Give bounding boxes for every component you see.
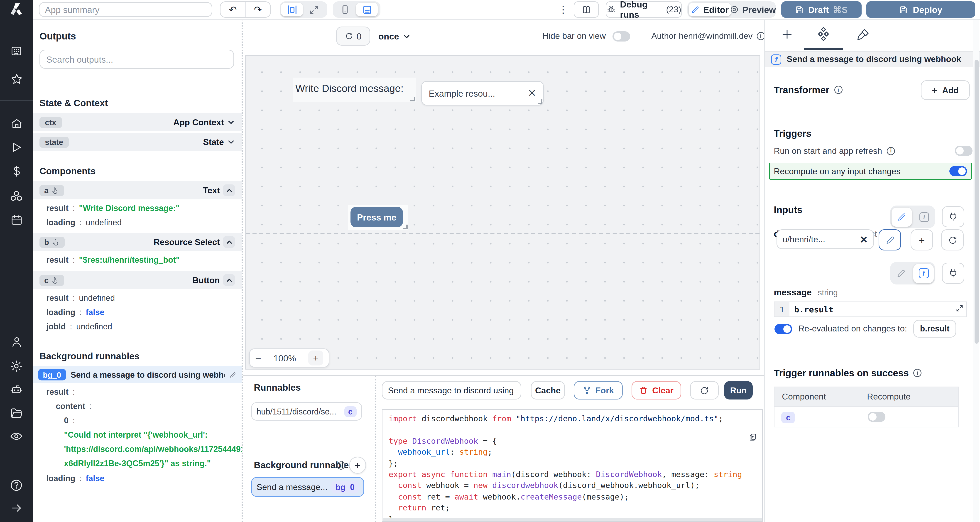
eval-f-button[interactable]: f <box>913 264 934 283</box>
workers-robot-icon[interactable] <box>0 382 33 396</box>
run-mode-dropdown[interactable]: once <box>379 27 410 46</box>
info-icon[interactable]: i <box>913 369 922 377</box>
script-title-input[interactable] <box>382 381 521 399</box>
docs-book-button[interactable] <box>574 2 599 18</box>
resource-select-component[interactable]: Example resou... ✕ <box>421 81 544 105</box>
users-person-icon[interactable] <box>0 336 33 349</box>
audit-eye-icon[interactable] <box>0 430 33 443</box>
redo-button[interactable]: ↷ <box>246 2 270 17</box>
add-bg-runnable-button[interactable]: + <box>349 457 366 474</box>
edit-resource-pencil-button[interactable] <box>878 229 901 250</box>
deploy-button[interactable]: Deploy <box>866 2 975 18</box>
variables-dollar-icon[interactable] <box>0 165 33 178</box>
resize-handle[interactable] <box>403 224 408 229</box>
zoom-in-button[interactable]: + <box>308 350 323 366</box>
fork-button[interactable]: Fork <box>574 381 623 399</box>
edit-pencil-icon[interactable] <box>229 371 236 378</box>
refresh-count-button[interactable]: 0 <box>336 27 370 46</box>
chevron-down-icon <box>227 138 235 146</box>
folders-icon[interactable] <box>0 406 33 420</box>
kebab-menu-icon[interactable]: ⋮ <box>558 3 568 16</box>
info-icon[interactable]: i <box>834 86 842 94</box>
tab-insert-plus-icon[interactable] <box>781 28 794 41</box>
resize-handle[interactable] <box>538 99 542 104</box>
panel-scrollbar[interactable] <box>973 19 979 522</box>
undo-button[interactable]: ↶ <box>221 2 245 17</box>
create-resource-plus-button[interactable]: + <box>911 229 933 250</box>
app-canvas[interactable]: Write Discord message: Example resou... … <box>245 55 760 369</box>
text-component[interactable]: Write Discord message: <box>293 78 416 102</box>
clear-button[interactable]: Clear <box>632 381 681 399</box>
runnable-item[interactable]: hub/1511/discord/se... c <box>251 402 362 420</box>
tab-editor[interactable]: Editor <box>689 3 731 16</box>
ctx-row[interactable]: ctx App Context <box>33 113 242 131</box>
collapse-chevron-up-icon[interactable] <box>223 274 235 286</box>
refresh-resource-button[interactable] <box>941 229 964 250</box>
row-recompute-toggle[interactable] <box>868 412 885 422</box>
component-row-b[interactable]: b Resource Select <box>33 233 242 251</box>
refresh-code-button[interactable] <box>690 381 719 399</box>
draft-button[interactable]: Draft ⌘S <box>781 2 862 18</box>
tab-preview[interactable]: Preview <box>731 3 775 16</box>
run-button[interactable]: Run <box>724 381 753 399</box>
cache-button[interactable]: Cache <box>531 381 565 399</box>
collapse-chevron-up-icon[interactable] <box>223 236 235 248</box>
tab-styling-brush-icon[interactable] <box>857 28 870 41</box>
message-expression-editor[interactable]: 1 b.result <box>774 301 967 317</box>
tab-components-diamonds-icon[interactable] <box>816 27 831 41</box>
collapse-chevron-up-icon[interactable] <box>223 185 235 196</box>
bg0-row[interactable]: bg_0 Send a message to discord using web… <box>33 366 242 383</box>
static-pencil-button[interactable] <box>891 264 911 282</box>
connect-plug-button[interactable] <box>942 206 964 227</box>
code-hscrollbar[interactable] <box>383 518 763 520</box>
reeval-target-chip[interactable]: b.result <box>913 320 956 337</box>
info-icon[interactable]: i <box>337 462 345 469</box>
search-outputs-input[interactable] <box>40 50 234 69</box>
kv-line: content: <box>33 401 242 411</box>
state-row[interactable]: state State <box>33 133 242 151</box>
reeval-toggle[interactable] <box>775 324 792 334</box>
collapse-arrow-right-icon[interactable] <box>0 501 33 514</box>
resource-value-input[interactable]: u/henri/te... ✕ <box>776 229 874 249</box>
mobile-view-button[interactable] <box>334 3 356 16</box>
favorites-star-icon[interactable] <box>0 73 33 86</box>
settings-gear-icon[interactable] <box>0 359 33 373</box>
zoom-out-button[interactable]: − <box>255 352 261 364</box>
info-icon[interactable]: i <box>757 32 765 40</box>
code-editor[interactable]: import discordwebhook from "https://deno… <box>382 409 763 522</box>
clear-x-icon[interactable]: ✕ <box>528 87 536 99</box>
windmill-logo-icon[interactable] <box>0 2 33 18</box>
static-pencil-button[interactable] <box>891 207 912 226</box>
run-on-start-toggle[interactable] <box>955 146 972 156</box>
runs-play-icon[interactable] <box>0 141 33 154</box>
connect-plug-button[interactable] <box>942 263 964 284</box>
info-icon[interactable]: i <box>887 147 895 155</box>
apps-icon[interactable] <box>0 45 33 57</box>
schedules-calendar-icon[interactable] <box>0 214 33 227</box>
resources-cubes-icon[interactable] <box>0 189 33 203</box>
resize-handle[interactable] <box>410 97 415 102</box>
ctx-badge: ctx <box>40 117 62 128</box>
fullwidth-layout-button[interactable] <box>303 3 325 16</box>
help-question-icon[interactable] <box>0 479 33 492</box>
bg-runnable-item-selected[interactable]: Send a message... bg_0 <box>251 477 364 497</box>
state-type-label: State <box>203 137 224 147</box>
component-row-a[interactable]: a Text <box>33 181 242 199</box>
copy-code-icon[interactable] <box>749 433 757 442</box>
home-icon[interactable] <box>0 117 33 130</box>
clear-resource-x-icon[interactable]: ✕ <box>860 234 868 245</box>
eval-f-button[interactable]: f <box>915 208 934 226</box>
press-me-button[interactable]: Press me <box>350 207 403 227</box>
component-a-type: Text <box>203 186 220 195</box>
center-layout-button[interactable] <box>281 3 303 16</box>
add-transformer-button[interactable]: + Add <box>921 80 970 100</box>
debug-runs-button[interactable]: Debug runs (23) <box>606 2 682 18</box>
component-row-c[interactable]: c Button <box>33 271 242 289</box>
recompute-toggle[interactable] <box>950 166 967 176</box>
button-component-plate[interactable]: Press me <box>348 205 408 230</box>
hide-bar-toggle[interactable] <box>612 31 630 41</box>
expand-editor-icon[interactable] <box>956 304 964 312</box>
app-summary-input[interactable] <box>39 2 212 17</box>
component-c-badge: c <box>40 275 64 286</box>
desktop-view-button[interactable] <box>356 3 378 16</box>
